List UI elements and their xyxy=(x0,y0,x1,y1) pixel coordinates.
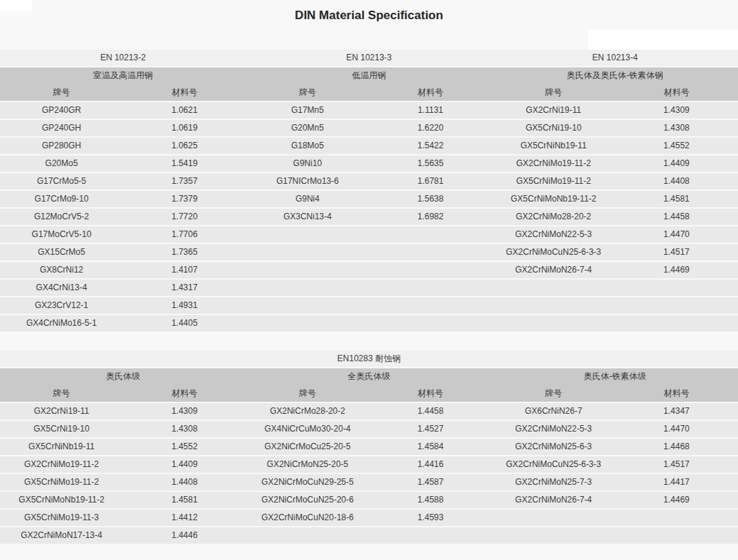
table-row: G17MoCrV5-101.7706GX2CrNiMoN22-5-31.4470 xyxy=(0,226,738,243)
grade-cell xyxy=(492,510,615,526)
material-number-cell: 1.4446 xyxy=(123,527,246,544)
material-number-cell: 1.4416 xyxy=(369,456,492,473)
grade-cell: GX5CrNiMo19-11-2 xyxy=(0,474,123,490)
material-number-cell: 1.6781 xyxy=(369,173,492,190)
grade-cell: G17Mn5 xyxy=(246,102,369,119)
grade-cell: G17CrMo5-5 xyxy=(0,173,123,190)
category-header: 低温用钢 xyxy=(246,67,492,84)
grade-cell: G18Mo5 xyxy=(246,138,369,154)
material-number-cell: 1.5635 xyxy=(369,155,492,172)
grade-cell: GP240GH xyxy=(0,120,123,136)
category-header: 奥氏体及奥氏体-铁素体钢 xyxy=(492,67,738,84)
material-number-cell: 1.4588 xyxy=(369,492,492,508)
grade-cell xyxy=(246,262,369,278)
grade-cell: GX2CrNiMo28-20-2 xyxy=(492,209,615,225)
table-row: GX5CrNiNb19-111.4552GX2NiCrMoCu25-20-51.… xyxy=(0,439,738,455)
grade-cell: GX2CrNiMoCuN20-18-6 xyxy=(246,510,369,526)
category-header: 奥氏体-铁素体级 xyxy=(492,368,738,385)
grade-cell: GX2NiCrMoN25-20-5 xyxy=(246,456,369,473)
table-row: G17CrMo9-101.7379G9Ni41.5638GX5CrNiMoNb1… xyxy=(0,191,738,207)
material-number-cell: 1.4308 xyxy=(123,421,246,437)
material-number-cell: 1.4527 xyxy=(369,421,492,437)
material-number-cell: 1.4409 xyxy=(615,155,738,172)
table-row: GX5CrNiMoNb19-11-21.4581GX2NiCrMoCuN25-2… xyxy=(0,492,738,508)
grade-cell: GX5CrNiMo19-11-3 xyxy=(0,510,123,526)
material-number-cell: 1.7720 xyxy=(123,209,246,225)
table-row: GX5CrNiMo19-11-31.4412GX2CrNiMoCuN20-18-… xyxy=(0,510,738,526)
material-number-cell xyxy=(615,297,738,314)
table-row: GX2CrNiMo19-11-21.4409GX2NiCrMoN25-20-51… xyxy=(0,456,738,473)
table-row: G17CrMo5-51.7357G17NICrMo13-61.6781GX5Cr… xyxy=(0,173,738,190)
category-header-row: 室温及高温用钢低温用钢奥氏体及奥氏体-铁素体钢 xyxy=(0,67,738,84)
material-number-cell xyxy=(369,262,492,278)
grade-cell xyxy=(492,315,615,331)
grade-cell: GX2CrNiMoN26-7-4 xyxy=(492,492,615,508)
grade-cell: GX5CrNiNb19-11 xyxy=(0,439,123,455)
top-left-white-patch xyxy=(0,0,32,11)
grade-cell: G17MoCrV5-10 xyxy=(0,226,123,243)
grade-cell xyxy=(246,280,369,296)
grade-cell: GX2CrNiMoCuN25-6-3-3 xyxy=(492,244,615,260)
material-number-cell: 1.7379 xyxy=(123,191,246,207)
grade-cell: GX23CrV12-1 xyxy=(0,297,123,314)
grade-cell xyxy=(246,527,369,544)
table-row: GX15CrMo51.7365GX2CrNiMoCuN25-6-3-31.451… xyxy=(0,244,738,260)
column-header-row: 牌号材料号牌号材料号牌号材料号 xyxy=(0,385,738,402)
grade-cell: GX5CrNi19-10 xyxy=(492,120,615,136)
material-number-cell xyxy=(369,527,492,544)
material-number-cell: 1.4107 xyxy=(123,262,246,278)
material-number-cell: 1.4552 xyxy=(123,439,246,455)
grade-cell: GX2NiCrMoCu25-20-5 xyxy=(246,439,369,455)
grade-cell: GX2CrNi19-11 xyxy=(492,102,615,119)
grade-cell xyxy=(246,315,369,331)
table-row: GX2CrNiMoN17-13-41.4446 xyxy=(0,527,738,544)
grade-cell: G17CrMo9-10 xyxy=(0,191,123,207)
material-number-cell xyxy=(615,280,738,296)
material-number-cell: 1.4347 xyxy=(615,403,738,419)
table-title: EN10283 耐蚀钢 xyxy=(0,351,738,367)
table-row: G12MoCrV5-21.7720GX3CNi13-41.6982GX2CrNi… xyxy=(0,209,738,225)
table-en10283: EN10283 耐蚀钢奥氏体级全奥氏体级奥氏体-铁素体级牌号材料号牌号材料号牌号… xyxy=(0,351,738,545)
material-number-cell: 1.0619 xyxy=(123,120,246,136)
grade-cell: GX4NiCrCuMo30-20-4 xyxy=(246,421,369,437)
grade-cell: GX2NiCrMoCuN29-25-5 xyxy=(246,474,369,490)
material-number-cell: 1.4581 xyxy=(123,492,246,508)
material-number-cell: 1.4587 xyxy=(369,474,492,490)
grade-cell: GX6CrNiN26-7 xyxy=(492,403,615,419)
column-header-row: 牌号材料号牌号材料号牌号材料号 xyxy=(0,84,738,101)
table-en10213: EN 10213-2EN 10213-3EN 10213-4室温及高温用钢低温用… xyxy=(0,50,738,333)
grade-cell xyxy=(246,244,369,260)
grade-cell: GX2CrNiMoN26-7-4 xyxy=(492,262,615,278)
grade-cell: GX2NiCrMoCuN25-20-6 xyxy=(246,492,369,508)
material-number-cell: 1.4408 xyxy=(615,173,738,190)
grade-cell: G12MoCrV5-2 xyxy=(0,209,123,225)
grade-column-header: 牌号 xyxy=(246,84,369,101)
material-number-cell: 1.4517 xyxy=(615,244,738,260)
material-number-cell xyxy=(615,527,738,544)
grade-column-header: 牌号 xyxy=(0,385,123,402)
material-number-cell: 1.4317 xyxy=(123,280,246,296)
table-title-row: EN10283 耐蚀钢 xyxy=(0,351,738,367)
grade-cell: GX2CrNiMo19-11-2 xyxy=(0,456,123,473)
material-number-cell: 1.4409 xyxy=(123,456,246,473)
grade-cell: GX5CrNi19-10 xyxy=(0,421,123,437)
grade-cell: GX5CrNiNb19-11 xyxy=(492,138,615,154)
page-title: DIN Material Specification xyxy=(0,9,738,23)
material-number-cell: 1.6982 xyxy=(369,209,492,225)
material-number-column-header: 材料号 xyxy=(123,385,246,402)
material-number-cell: 1.4469 xyxy=(615,262,738,278)
category-header: 室温及高温用钢 xyxy=(0,67,246,84)
grade-cell: GP280GH xyxy=(0,138,123,154)
material-number-column-header: 材料号 xyxy=(615,84,738,101)
material-number-cell xyxy=(369,244,492,260)
table-row: GP240GH1.0619G20Mn51.6220GX5CrNi19-101.4… xyxy=(0,120,738,136)
material-number-cell xyxy=(369,280,492,296)
material-number-cell xyxy=(615,315,738,331)
material-number-cell: 1.4931 xyxy=(123,297,246,314)
grade-cell: GX2CrNiMoN22-5-3 xyxy=(492,421,615,437)
material-number-cell: 1.4584 xyxy=(369,439,492,455)
category-header: 全奥氏体级 xyxy=(246,368,492,385)
material-number-cell: 1.4468 xyxy=(615,439,738,455)
material-number-cell xyxy=(369,226,492,243)
material-number-cell: 1.6220 xyxy=(369,120,492,136)
